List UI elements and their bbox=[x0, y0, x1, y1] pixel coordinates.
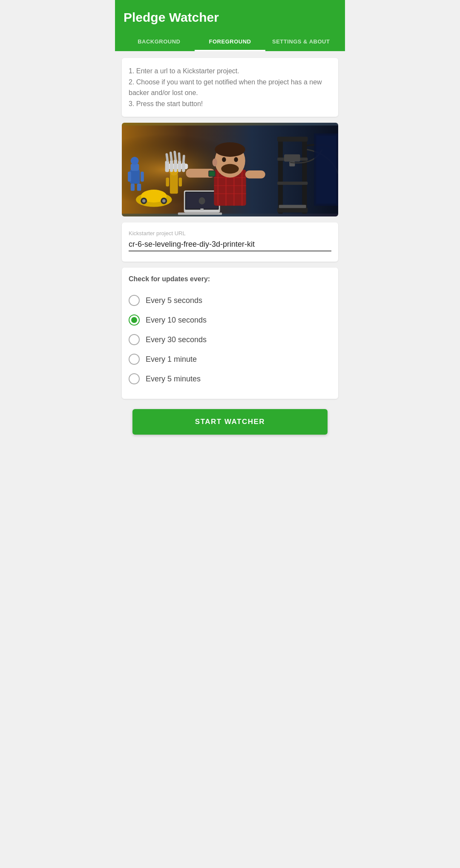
svg-rect-62 bbox=[279, 205, 306, 208]
radio-label-10s: Every 10 seconds bbox=[146, 316, 207, 325]
tab-settings[interactable]: SETTINGS & ABOUT bbox=[265, 33, 336, 51]
svg-point-38 bbox=[213, 159, 217, 167]
svg-rect-55 bbox=[302, 138, 307, 214]
url-field-label: Kickstarter project URL bbox=[129, 230, 331, 236]
svg-line-49 bbox=[179, 154, 180, 161]
url-card: Kickstarter project URL bbox=[122, 222, 338, 262]
svg-rect-41 bbox=[165, 161, 169, 172]
radio-option-30s[interactable]: Every 30 seconds bbox=[129, 330, 331, 349]
radio-label-1m: Every 1 minute bbox=[146, 355, 197, 364]
radio-option-5m[interactable]: Every 5 minutes bbox=[129, 369, 331, 389]
update-frequency-label: Check for updates every: bbox=[129, 275, 331, 283]
scene-svg bbox=[122, 123, 338, 216]
svg-rect-59 bbox=[277, 182, 308, 185]
instructions-card: 1. Enter a url to a Kickstarter project.… bbox=[122, 58, 338, 117]
svg-point-34 bbox=[215, 142, 245, 157]
svg-line-47 bbox=[171, 153, 172, 160]
svg-point-35 bbox=[221, 164, 239, 174]
start-watcher-button[interactable]: START WATCHER bbox=[132, 409, 327, 435]
radio-circle-30s bbox=[129, 334, 140, 345]
radio-option-10s[interactable]: Every 10 seconds bbox=[129, 310, 331, 330]
project-image-banner bbox=[122, 123, 338, 216]
svg-rect-60 bbox=[284, 155, 300, 162]
svg-rect-53 bbox=[209, 171, 215, 176]
svg-rect-18 bbox=[179, 178, 182, 187]
svg-rect-57 bbox=[277, 208, 308, 213]
svg-point-6 bbox=[142, 199, 146, 203]
svg-rect-44 bbox=[178, 161, 181, 172]
svg-rect-45 bbox=[182, 162, 185, 173]
svg-rect-23 bbox=[200, 209, 204, 211]
radio-option-5s[interactable]: Every 5 seconds bbox=[129, 291, 331, 310]
svg-rect-17 bbox=[166, 178, 169, 187]
svg-rect-42 bbox=[170, 160, 173, 172]
svg-rect-64 bbox=[316, 136, 336, 204]
svg-rect-54 bbox=[278, 138, 283, 214]
svg-rect-14 bbox=[137, 184, 141, 191]
svg-line-50 bbox=[184, 156, 184, 162]
svg-point-10 bbox=[131, 157, 139, 165]
svg-rect-12 bbox=[141, 172, 144, 182]
start-button-wrapper: START WATCHER bbox=[122, 405, 338, 445]
svg-point-7 bbox=[162, 199, 166, 203]
svg-rect-43 bbox=[174, 159, 177, 172]
svg-rect-13 bbox=[131, 184, 135, 191]
svg-point-36 bbox=[222, 157, 226, 162]
svg-rect-56 bbox=[277, 137, 308, 141]
svg-line-48 bbox=[175, 152, 175, 159]
svg-rect-24 bbox=[178, 213, 222, 215]
app-title: Pledge Watcher bbox=[124, 10, 336, 33]
header: Pledge Watcher BACKGROUND FOREGROUND SET… bbox=[115, 0, 345, 51]
radio-option-1m[interactable]: Every 1 minute bbox=[129, 349, 331, 369]
svg-rect-8 bbox=[130, 170, 140, 184]
svg-rect-11 bbox=[128, 172, 131, 182]
svg-line-46 bbox=[167, 155, 167, 161]
tab-foreground[interactable]: FOREGROUND bbox=[195, 33, 266, 51]
tab-bar: BACKGROUND FOREGROUND SETTINGS & ABOUT bbox=[124, 33, 336, 51]
svg-rect-51 bbox=[245, 170, 265, 179]
url-input[interactable] bbox=[129, 240, 331, 249]
radio-label-5s: Every 5 seconds bbox=[146, 296, 202, 305]
update-frequency-card: Check for updates every: Every 5 seconds… bbox=[122, 268, 338, 399]
radio-circle-10s bbox=[129, 314, 140, 326]
svg-rect-15 bbox=[170, 174, 178, 194]
radio-label-5m: Every 5 minutes bbox=[146, 375, 201, 384]
tab-background[interactable]: BACKGROUND bbox=[124, 33, 195, 51]
radio-circle-5s bbox=[129, 295, 140, 306]
svg-point-37 bbox=[234, 157, 238, 162]
radio-label-30s: Every 30 seconds bbox=[146, 335, 207, 344]
radio-circle-1m bbox=[129, 354, 140, 365]
radio-circle-5m bbox=[129, 373, 140, 384]
main-content: 1. Enter a url to a Kickstarter project.… bbox=[115, 51, 345, 452]
svg-point-22 bbox=[199, 197, 205, 205]
url-input-wrapper bbox=[129, 240, 331, 251]
instructions-text: 1. Enter a url to a Kickstarter project.… bbox=[129, 66, 331, 109]
